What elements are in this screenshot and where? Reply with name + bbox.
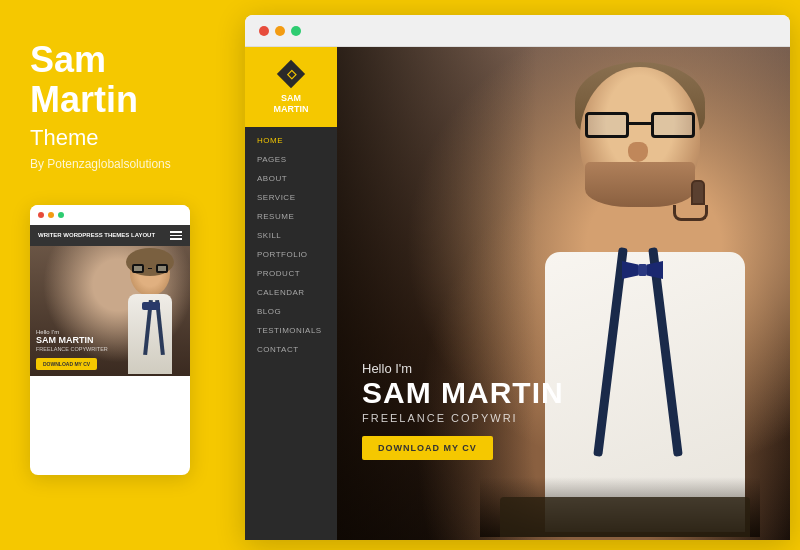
browser-window: ◇ SAMMARTIN HOME PAGES ABOUT SERVICE RES… — [245, 15, 790, 540]
browser-bar — [245, 15, 790, 47]
mobile-dot-yellow — [48, 212, 54, 218]
hero-name: SAM MARTIN — [362, 378, 564, 408]
nav-item-skill[interactable]: SKILL — [245, 226, 337, 245]
typewriter-body — [500, 497, 750, 537]
mobile-card-header: WRITER WORDPRESS THEMES LAYOUT — [30, 225, 190, 246]
bowtie — [622, 261, 663, 279]
mobile-dot-red — [38, 212, 44, 218]
nav-item-pages[interactable]: PAGES — [245, 150, 337, 169]
hero-download-btn[interactable]: DOWNLOAD MY CV — [362, 436, 493, 460]
nav-item-testimonials[interactable]: TESTIMONIALS — [245, 321, 337, 340]
mobile-hamburger — [170, 231, 182, 240]
person-head — [580, 67, 700, 207]
nav-item-home[interactable]: HOME — [245, 131, 337, 150]
glass-left — [585, 112, 629, 138]
hero-hello: Hello I'm — [362, 361, 564, 376]
site-hero: Hello I'm SAM MARTIN FREELANCE COPYWRI D… — [337, 47, 790, 540]
bowtie-right — [647, 261, 663, 279]
glasses-container — [585, 112, 695, 137]
mobile-role: FREELANCE COPYWRITER — [36, 346, 108, 352]
browser-dot-red[interactable] — [259, 26, 269, 36]
mobile-hero-area: Hello I'm SAM MARTIN FREELANCE COPYWRITE… — [30, 246, 190, 376]
nav-item-product[interactable]: PRODUCT — [245, 264, 337, 283]
mobile-download-btn[interactable]: DOWNLOAD MY CV — [36, 358, 97, 370]
person-nose — [628, 142, 648, 162]
logo-text: SAMMARTIN — [274, 93, 309, 115]
pipe — [673, 205, 708, 221]
left-panel: Sam Martin Theme By Potenzaglobalsolutio… — [0, 0, 245, 550]
browser-content: ◇ SAMMARTIN HOME PAGES ABOUT SERVICE RES… — [245, 47, 790, 540]
bowtie-left — [622, 261, 638, 279]
person-beard — [585, 162, 695, 207]
nav-item-about[interactable]: ABOUT — [245, 169, 337, 188]
mobile-dot-green — [58, 212, 64, 218]
browser-dot-yellow[interactable] — [275, 26, 285, 36]
logo-diamond-icon: ◇ — [287, 67, 296, 81]
nav-item-calendar[interactable]: CALENDAR — [245, 283, 337, 302]
mobile-card-dots — [30, 205, 190, 225]
logo-diamond-wrapper: ◇ — [277, 60, 305, 88]
bowtie-center — [638, 264, 647, 276]
nav-items: HOME PAGES ABOUT SERVICE RESUME SKILL PO… — [245, 127, 337, 359]
glasses-bridge — [629, 122, 651, 125]
glass-right — [651, 112, 695, 138]
nav-item-resume[interactable]: RESUME — [245, 207, 337, 226]
browser-dot-green[interactable] — [291, 26, 301, 36]
theme-by: By Potenzaglobalsolutions — [30, 157, 171, 171]
nav-item-service[interactable]: SERVICE — [245, 188, 337, 207]
site-sidebar: ◇ SAMMARTIN HOME PAGES ABOUT SERVICE RES… — [245, 47, 337, 540]
nav-item-blog[interactable]: BLOG — [245, 302, 337, 321]
nav-item-contact[interactable]: CONTACT — [245, 340, 337, 359]
theme-title: Sam Martin — [30, 40, 138, 119]
hero-role: FREELANCE COPYWRI — [362, 412, 564, 424]
theme-subtitle: Theme — [30, 125, 98, 151]
mobile-preview-card: WRITER WORDPRESS THEMES LAYOUT — [30, 205, 190, 475]
person-figure — [480, 47, 760, 537]
mobile-name: SAM MARTIN — [36, 335, 108, 346]
mobile-hero-text: Hello I'm SAM MARTIN FREELANCE COPYWRITE… — [36, 329, 108, 370]
nav-item-portfolio[interactable]: PORTFOLIO — [245, 245, 337, 264]
hero-overlay: Hello I'm SAM MARTIN FREELANCE COPYWRI D… — [362, 361, 564, 460]
site-logo: ◇ SAMMARTIN — [245, 47, 337, 127]
mobile-header-text: WRITER WORDPRESS THEMES LAYOUT — [38, 232, 155, 239]
